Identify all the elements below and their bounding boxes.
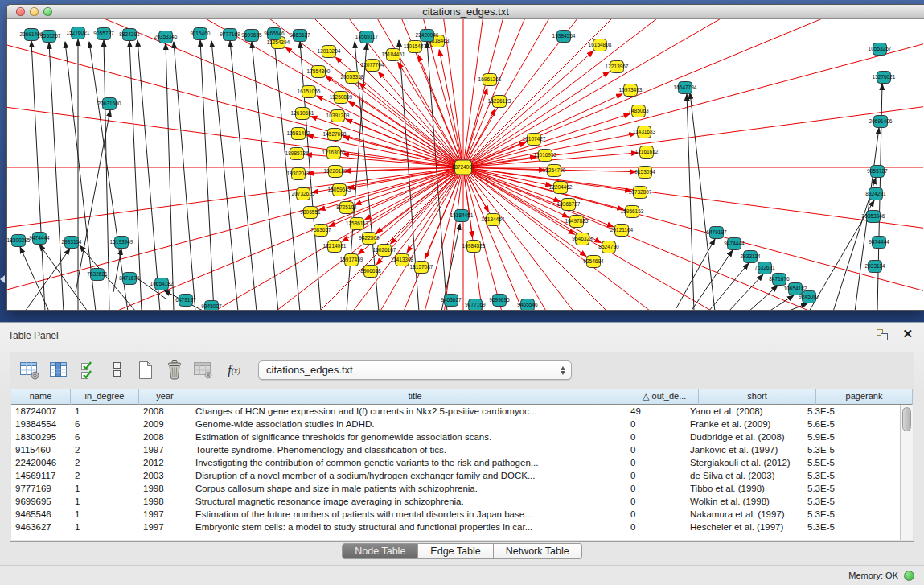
graph-node-teal[interactable]: 8824291 bbox=[119, 29, 140, 41]
graph-node-teal[interactable]: 9777169 bbox=[220, 29, 240, 41]
graph-node-yellow[interactable]: 9546328 bbox=[572, 233, 593, 245]
graph-node-teal[interactable]: 7632621 bbox=[87, 269, 108, 281]
scrollbar-thumb[interactable] bbox=[902, 407, 911, 431]
graph-node-yellow[interactable]: 7583657 bbox=[310, 225, 331, 237]
tab-network-table[interactable]: Network Table bbox=[494, 543, 582, 559]
table-row[interactable]: 2242004622012Investigating the contribut… bbox=[11, 456, 900, 469]
function-builder-button[interactable]: f(x) bbox=[220, 357, 248, 383]
graph-node-teal[interactable]: 15193949 bbox=[110, 237, 133, 249]
graph-node-teal[interactable]: 2933114 bbox=[741, 251, 761, 263]
graph-node-yellow[interactable]: 12213967 bbox=[606, 61, 629, 73]
table-row[interactable]: 946362711997Embryonic stem cells: a mode… bbox=[11, 521, 900, 534]
table-settings-button[interactable] bbox=[17, 357, 43, 383]
graph-node-teal[interactable]: 20353346 bbox=[154, 31, 178, 43]
graph-node-yellow[interactable]: 12214091 bbox=[323, 241, 347, 253]
create-new-column-button[interactable] bbox=[133, 357, 158, 383]
graph-node-teal[interactable]: 9115460 bbox=[191, 28, 211, 40]
graph-node-teal[interactable]: 9474444 bbox=[869, 237, 889, 249]
network-graph-canvas[interactable]: 1125439412013204175543001615105512610651… bbox=[7, 19, 923, 310]
column-header-title[interactable]: title bbox=[191, 389, 639, 405]
graph-node-yellow[interactable]: 9254694 bbox=[583, 256, 604, 268]
graph-node-yellow[interactable]: 12161612 bbox=[635, 146, 659, 159]
rows-mode-button[interactable] bbox=[104, 357, 129, 383]
graph-node-teal[interactable]: 18300295 bbox=[7, 235, 31, 247]
table-row[interactable]: 911546021997Tourette syndrome. Phenomeno… bbox=[11, 443, 900, 456]
graph-node-yellow[interactable]: 16226123 bbox=[488, 96, 511, 108]
column-header-out_degree[interactable]: △ out_de... bbox=[639, 389, 699, 405]
graph-node-teal[interactable]: 19384554 bbox=[552, 31, 576, 43]
graph-node-teal[interactable]: 2933114 bbox=[62, 237, 82, 249]
panel-collapse-arrow-icon[interactable] bbox=[0, 275, 5, 283]
graph-node-yellow[interactable]: 11015447 bbox=[404, 41, 427, 53]
table-row[interactable]: 969969511998Structural magnetic resonanc… bbox=[11, 495, 900, 508]
memory-status-icon[interactable] bbox=[904, 571, 914, 581]
graph-node-teal[interactable]: 15276021 bbox=[67, 27, 90, 39]
graph-node-yellow[interactable]: 18157087 bbox=[410, 262, 433, 274]
column-header-short[interactable]: short bbox=[699, 389, 816, 405]
graph-node-yellow[interactable]: 9806551 bbox=[300, 207, 321, 219]
graph-node-yellow[interactable]: 12077704 bbox=[361, 60, 384, 72]
table-row[interactable]: 977716911998Corpus callosum shape and si… bbox=[11, 482, 900, 495]
graph-node-teal[interactable]: 9463627 bbox=[290, 30, 310, 42]
graph-node-teal[interactable]: 14569117 bbox=[355, 31, 379, 43]
table-row[interactable]: 1456911722003Disruption of a novel membe… bbox=[11, 469, 900, 482]
column-visibility-button[interactable] bbox=[46, 357, 72, 383]
vertical-scrollbar[interactable] bbox=[900, 405, 913, 540]
graph-node-yellow[interactable]: 15917459 bbox=[340, 254, 363, 266]
graph-node-yellow[interactable]: 8524790 bbox=[598, 241, 619, 253]
graph-node-yellow[interactable]: 13254790 bbox=[543, 165, 566, 177]
graph-node-teal[interactable]: 9465546 bbox=[517, 299, 538, 311]
tab-node-table[interactable]: Node Table bbox=[342, 543, 418, 559]
table-row[interactable]: 1938455462009Genome-wide association stu… bbox=[11, 418, 900, 431]
graph-node-yellow[interactable]: 12610651 bbox=[291, 108, 314, 120]
column-header-name[interactable]: name bbox=[11, 389, 71, 405]
graph-node-yellow[interactable]: 10366727 bbox=[557, 199, 581, 211]
close-panel-icon[interactable]: ✕ bbox=[902, 327, 913, 341]
column-header-in_degree[interactable]: in_degree bbox=[71, 389, 139, 405]
table-row[interactable]: 946554611997Estimation of the future num… bbox=[11, 508, 900, 521]
table-selector-dropdown[interactable]: citations_edges.txt bbox=[258, 360, 572, 380]
graph-node-teal[interactable]: 20691406 bbox=[869, 116, 893, 128]
graph-node-yellow[interactable]: 20053358 bbox=[341, 72, 364, 84]
graph-node-yellow[interactable]: 7485063 bbox=[628, 105, 649, 117]
graph-node-teal[interactable]: 20631500 bbox=[98, 98, 121, 110]
column-header-year[interactable]: year bbox=[139, 389, 191, 405]
window-titlebar[interactable]: citations_edges.txt bbox=[7, 5, 924, 19]
table-row[interactable]: 1872400712008Changes of HCN gene express… bbox=[11, 405, 900, 418]
graph-node-yellow[interactable]: 15134454 bbox=[482, 214, 505, 226]
graph-node-hub[interactable]: 18724007 bbox=[452, 160, 475, 175]
graph-node-teal[interactable]: 6479197 bbox=[175, 295, 196, 307]
graph-node-yellow[interactable]: 11431683 bbox=[633, 126, 656, 138]
float-panel-icon[interactable] bbox=[876, 329, 889, 342]
column-header-pagerank[interactable]: pagerank bbox=[816, 389, 913, 405]
graph-node-teal[interactable]: 9474444 bbox=[724, 238, 745, 250]
graph-node-teal[interactable]: 9245007 bbox=[201, 301, 222, 311]
graph-node-teal[interactable]: 8824291 bbox=[865, 188, 886, 200]
graph-node-teal[interactable]: 9699695 bbox=[241, 30, 262, 42]
graph-node-yellow[interactable]: 12204462 bbox=[549, 182, 573, 194]
graph-node-teal[interactable]: 9777169 bbox=[465, 299, 486, 311]
graph-node-yellow[interactable]: 16154808 bbox=[589, 39, 612, 51]
row-selection-mode-button[interactable] bbox=[75, 357, 101, 383]
graph-node-teal[interactable]: 9463627 bbox=[441, 295, 462, 307]
graph-node-teal[interactable]: 10654182 bbox=[150, 278, 174, 290]
graph-node-teal[interactable]: 8471676 bbox=[769, 274, 790, 286]
graph-node-teal[interactable]: 6479197 bbox=[706, 227, 727, 239]
graph-node-yellow[interactable]: 18985734 bbox=[285, 148, 309, 160]
graph-node-teal[interactable]: 2933114 bbox=[865, 261, 885, 273]
graph-node-yellow[interactable]: 9153094 bbox=[634, 167, 655, 179]
graph-node-yellow[interactable]: 19302047 bbox=[287, 168, 310, 180]
graph-node-teal[interactable]: 15276021 bbox=[873, 72, 896, 84]
graph-node-yellow[interactable]: 15059643 bbox=[328, 184, 351, 196]
graph-node-yellow[interactable]: 20121104 bbox=[610, 225, 634, 237]
graph-node-yellow[interactable]: 10984523 bbox=[462, 241, 486, 253]
table-row[interactable]: 1830029562008Estimation of significance … bbox=[11, 431, 900, 443]
graph-node-teal[interactable]: 7632621 bbox=[754, 262, 775, 274]
graph-node-yellow[interactable]: 15956153 bbox=[621, 206, 644, 218]
graph-node-teal[interactable]: 16647794 bbox=[674, 82, 697, 94]
tab-edge-table[interactable]: Edge Table bbox=[418, 543, 493, 559]
graph-node-yellow[interactable]: 14527698 bbox=[323, 129, 347, 141]
graph-node-yellow[interactable]: 15184451 bbox=[382, 49, 405, 61]
graph-node-teal[interactable]: 9055727 bbox=[93, 28, 114, 40]
graph-node-teal[interactable]: 9474444 bbox=[29, 233, 50, 245]
